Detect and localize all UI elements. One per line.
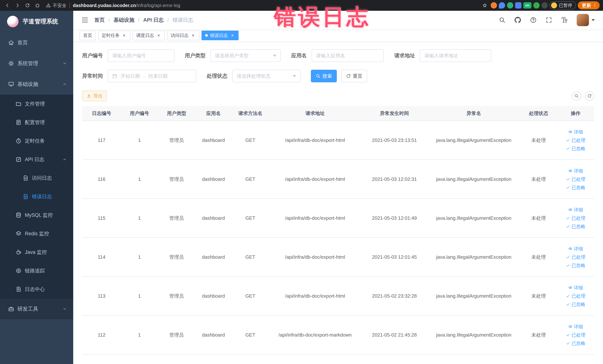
processed-link[interactable]: 已处理	[566, 293, 585, 299]
sidebar-item[interactable]: API 日志	[0, 150, 73, 169]
detail-link[interactable]: 详细	[568, 285, 583, 291]
user-id-input[interactable]	[108, 49, 174, 62]
ignored-link[interactable]: 已忽略	[566, 301, 585, 307]
extension-icon[interactable]	[499, 2, 505, 9]
tab[interactable]: 定时任务×	[98, 31, 130, 40]
toggle-search-button[interactable]	[572, 91, 581, 101]
extension-icon[interactable]	[542, 2, 548, 9]
detail-link[interactable]: 详细	[568, 246, 583, 252]
reset-button[interactable]: 重置	[341, 70, 367, 82]
tab[interactable]: 调度日志×	[133, 31, 165, 40]
user-type-select[interactable]: 请选择用户类型	[210, 49, 281, 62]
breadcrumb-item[interactable]: 基础设施	[114, 16, 134, 23]
detail-link[interactable]: 详细	[568, 129, 583, 135]
processed-link[interactable]: 已处理	[566, 137, 585, 143]
user-avatar[interactable]	[577, 14, 595, 26]
sidebar-item[interactable]: 链路追踪	[0, 261, 73, 280]
extension-icon[interactable]	[491, 2, 497, 9]
sidebar-item-label: 首页	[17, 39, 28, 46]
detail-link[interactable]: 详细	[568, 324, 583, 330]
folder-icon	[16, 101, 22, 107]
export-button[interactable]: 导出	[82, 91, 107, 101]
profile-paused-badge[interactable]: 已暂停	[550, 1, 576, 10]
sidebar-item[interactable]: 文件管理	[0, 94, 73, 113]
extension-icon[interactable]	[533, 2, 540, 9]
ignored-link[interactable]: 已忽略	[566, 223, 585, 230]
browser-home-button[interactable]	[33, 1, 42, 10]
kebab-menu-icon[interactable]	[593, 3, 597, 8]
processed-link[interactable]: 已处理	[566, 215, 585, 221]
breadcrumb-item[interactable]: API 日志	[143, 16, 164, 23]
app-logo[interactable]: 芋道管理系统	[0, 11, 73, 32]
ignored-link[interactable]: 已忽略	[566, 185, 585, 191]
app-name-input[interactable]	[312, 49, 384, 62]
eye-icon	[568, 130, 572, 134]
back-button[interactable]	[3, 1, 12, 10]
close-icon[interactable]: ×	[156, 33, 161, 38]
column-header: 处理状态	[520, 110, 557, 117]
font-size-icon[interactable]	[561, 17, 568, 23]
sidebar-item[interactable]: 错误日志	[0, 187, 73, 206]
cell-log-id: 114	[82, 254, 121, 260]
sidebar-item-label: API 日志	[25, 156, 44, 163]
cell-exception: java.lang.IllegalArgumentException	[428, 137, 520, 143]
bookmark-star-icon[interactable]	[481, 1, 489, 10]
tab[interactable]: 首页	[80, 31, 96, 40]
sidebar-item[interactable]: MySQL 监控	[0, 206, 73, 224]
processed-link[interactable]: 已处理	[566, 332, 585, 338]
reload-button[interactable]	[23, 1, 32, 10]
check-icon	[566, 263, 570, 267]
select-placeholder: 请选择用户类型	[215, 52, 249, 59]
request-url-label: 请求地址	[394, 52, 415, 59]
search-icon[interactable]	[499, 17, 506, 23]
sidebar-item[interactable]: 定时任务	[0, 132, 73, 150]
sidebar-item[interactable]: 基础设施	[0, 74, 73, 94]
ignored-link[interactable]: 已忽略	[566, 340, 585, 346]
processed-link[interactable]: 已处理	[566, 176, 585, 182]
detail-link[interactable]: 详细	[568, 168, 583, 174]
tab[interactable]: 错误日志×	[201, 31, 239, 40]
fullscreen-icon[interactable]	[545, 17, 552, 23]
status-select[interactable]: 请选择处理状态	[232, 70, 301, 82]
extension-icon[interactable]	[515, 2, 522, 9]
sidebar-item[interactable]: 首页	[0, 32, 73, 53]
sidebar-item[interactable]: Redis 监控	[0, 224, 73, 243]
sidebar-item[interactable]: 配置管理	[0, 113, 73, 132]
sidebar-item[interactable]: Java 监控	[0, 243, 73, 261]
address-bar[interactable]: 不安全 dashboard.yudao.iocoder.cn/infra/log…	[46, 2, 180, 9]
ignored-link[interactable]: 已忽略	[566, 146, 585, 152]
cell-user-id: 1	[121, 293, 158, 299]
url-host: dashboard.yudao.iocoder.cn	[73, 3, 136, 8]
close-icon[interactable]: ×	[191, 33, 196, 38]
chevron-up-icon	[62, 157, 67, 162]
sidebar-toggle-button[interactable]	[81, 16, 88, 23]
sidebar-item[interactable]: 系统管理	[0, 53, 73, 74]
processed-link[interactable]: 已处理	[566, 254, 585, 260]
detail-link[interactable]: 详细	[568, 207, 583, 213]
exception-time-range[interactable]: 开始日期 - 结束日期	[108, 70, 196, 82]
extension-icon[interactable]: on	[523, 2, 532, 9]
close-icon[interactable]: ×	[122, 33, 127, 38]
cell-user-id: 1	[121, 332, 158, 338]
forward-button[interactable]	[13, 1, 22, 10]
help-icon[interactable]	[530, 17, 537, 23]
request-url-input[interactable]	[420, 49, 491, 62]
column-header: 应用名	[195, 110, 232, 117]
refresh-table-button[interactable]	[585, 91, 594, 101]
extension-icon[interactable]	[507, 2, 513, 9]
trace-icon	[16, 268, 22, 274]
cell-url: /api/infra/db-doc/export-html	[269, 137, 361, 143]
breadcrumb-item[interactable]: 首页	[94, 16, 105, 23]
sidebar-item[interactable]: 日志中心	[0, 280, 73, 299]
tab[interactable]: 访问日志×	[167, 31, 199, 40]
search-button[interactable]: 搜索	[311, 70, 337, 82]
sidebar-item[interactable]: 研发工具	[0, 299, 73, 319]
github-icon[interactable]	[514, 17, 521, 23]
sidebar-item[interactable]: 访问日志	[0, 169, 73, 187]
cell-app-name: dashboard	[195, 137, 232, 143]
ignored-link[interactable]: 已忽略	[566, 262, 585, 269]
close-icon[interactable]: ×	[230, 33, 235, 38]
browser-update-button[interactable]: 更新	[578, 1, 600, 10]
cell-app-name: dashboard	[195, 293, 232, 299]
sidebar: 芋道管理系统 首页系统管理基础设施文件管理配置管理定时任务API 日志访问日志错…	[0, 11, 73, 364]
